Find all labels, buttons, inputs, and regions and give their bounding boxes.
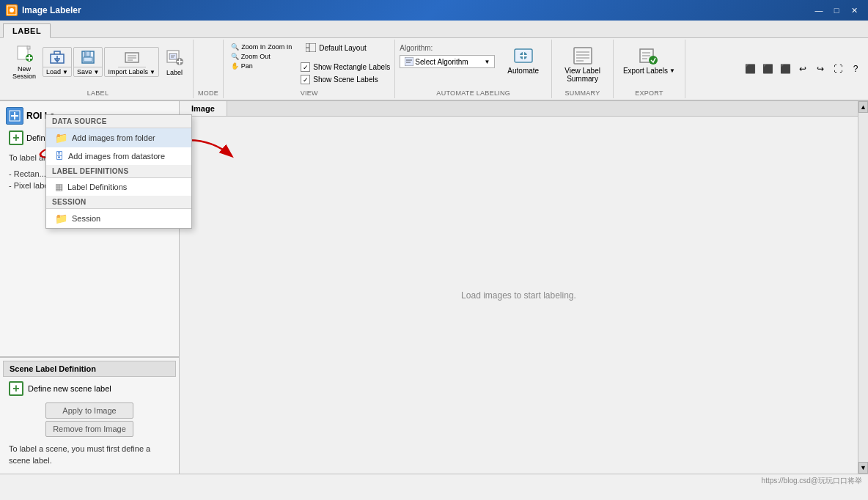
datasource-section-label: DATA SOURCE <box>46 115 191 128</box>
toolbar-icon-1[interactable]: ⬛ <box>742 61 758 77</box>
help-icon[interactable]: ? <box>847 61 864 77</box>
ribbon-group-automate: Algorithm: Select Algorithm ▼ <box>395 40 552 98</box>
roi-add-button[interactable] <box>6 107 23 125</box>
summary-group-label: SUMMARY <box>556 88 608 97</box>
session-folder-icon: 📁 <box>55 213 67 224</box>
mode-group-label: MODE <box>198 88 218 97</box>
svg-rect-19 <box>169 54 177 59</box>
automate-row: Algorithm: Select Algorithm ▼ <box>400 41 547 80</box>
scene-plus-icon: + <box>9 381 23 396</box>
fullscreen-icon[interactable]: ⛶ <box>830 61 846 77</box>
define-scene-label: Define new scene label <box>28 384 111 393</box>
automate-group-label: AUTOMATE LABELING <box>400 88 547 97</box>
export-labels-button[interactable]: Export Labels ▼ <box>618 41 680 80</box>
define-new-plus-icon: + <box>9 130 23 145</box>
show-scene-labels-row: ✓ Show Scene Labels <box>301 74 390 85</box>
save-icon-area <box>74 48 102 67</box>
add-datastore-item[interactable]: 🗄 Add images from datastore <box>46 147 191 165</box>
ribbon-right-icons: ⬛ ⬛ ⬛ ↩ ↪ ⛶ ? <box>740 40 865 98</box>
ribbon-tab-bar: LABEL <box>0 21 868 38</box>
pan-button[interactable]: ✋ Pan <box>228 62 295 70</box>
svg-rect-35 <box>574 48 592 64</box>
svg-rect-13 <box>85 52 87 56</box>
datasource-group-label: Label <box>7 88 188 97</box>
scrollbar-down-button[interactable]: ▼ <box>858 462 868 474</box>
label-button[interactable]: Label <box>161 45 188 79</box>
view-checkboxes: ✓ Show Rectangle Labels ✓ Show Scene Lab… <box>301 56 390 85</box>
session-label: Session <box>72 214 100 223</box>
minimize-button[interactable]: — <box>811 4 827 17</box>
view-row: 🔍 Zoom In Zoom In 🔍 Zoom Out ✋ Pan Defau… <box>228 41 390 85</box>
add-folder-item[interactable]: 📁 Add images from folder <box>46 128 191 147</box>
export-group-label: EXPORT <box>618 88 680 97</box>
new-session-label: NewSession <box>12 65 36 80</box>
scrollbar-up-button[interactable]: ▲ <box>858 101 868 113</box>
toolbar-icon-2[interactable]: ⬛ <box>760 61 776 77</box>
label-definitions-label: Label Definitions <box>67 183 127 191</box>
algo-section: Algorithm: Select Algorithm ▼ <box>400 41 495 68</box>
bottom-bar: https://blog.csd@玩玩口口将举 <box>0 474 868 488</box>
define-scene-label-button[interactable]: + Define new scene label <box>3 377 176 400</box>
show-scene-checkbox[interactable]: ✓ <box>301 75 310 84</box>
session-item[interactable]: 📁 Session <box>46 209 191 228</box>
import-labels-label-area[interactable]: Import Labels ▼ <box>105 67 158 76</box>
datasource-buttons-row: NewSession Load ▼ <box>7 41 188 83</box>
save-label-area[interactable]: Save ▼ <box>74 67 102 76</box>
load-button[interactable]: Load ▼ <box>43 47 72 77</box>
image-tab-bar: Image <box>180 101 858 117</box>
import-labels-button[interactable]: Import Labels ▼ <box>104 47 158 77</box>
automate-label: Automate <box>507 67 539 75</box>
scene-panel: Scene Label Definition + Define new scen… <box>0 357 179 474</box>
table-icon: ▦ <box>55 182 63 192</box>
apply-to-image-button[interactable]: Apply to Image <box>45 402 133 419</box>
toolbar-icon-3[interactable]: ⬛ <box>777 61 793 77</box>
new-session-icon <box>15 44 33 64</box>
show-rectangle-labels-row: ✓ Show Rectangle Labels <box>301 62 390 73</box>
svg-rect-4 <box>27 46 30 49</box>
automate-button[interactable]: Automate <box>499 41 547 80</box>
ribbon: NewSession Load ▼ <box>0 38 868 101</box>
save-button[interactable]: Save ▼ <box>73 47 103 77</box>
database-icon: 🗄 <box>55 151 64 161</box>
add-datastore-label: Add images from datastore <box>68 152 165 161</box>
load-dropdown-menu: DATA SOURCE 📁 Add images from folder 🗄 A… <box>45 114 192 229</box>
scene-info-text: To label a scene, you must first define … <box>3 439 176 471</box>
default-layout-label: Default Layout <box>319 44 367 52</box>
export-labels-label-row[interactable]: Export Labels ▼ <box>623 67 675 75</box>
scrollbar-track <box>858 113 868 462</box>
ribbon-group-view: 🔍 Zoom In Zoom In 🔍 Zoom Out ✋ Pan Defau… <box>224 40 395 98</box>
load-images-text: Load images to start labeling. <box>461 290 576 301</box>
label-btn-label: Label <box>166 69 183 76</box>
close-button[interactable]: ✕ <box>846 4 862 17</box>
toolbar-icon-5[interactable]: ↪ <box>812 61 828 77</box>
title-bar: Image Labeler — □ ✕ <box>0 0 868 21</box>
label-definitions-item[interactable]: ▦ Label Definitions <box>46 178 191 196</box>
ribbon-group-datasource: NewSession Load ▼ <box>3 40 194 98</box>
zoom-out-button[interactable]: 🔍 Zoom Out <box>228 52 295 61</box>
remove-from-image-button[interactable]: Remove from Image <box>45 421 133 437</box>
right-scrollbar: ▲ ▼ <box>858 101 868 474</box>
view-label-summary-button[interactable]: View Label Summary <box>556 41 608 88</box>
app-title: Image Labeler <box>22 5 81 15</box>
load-label-area[interactable]: Load ▼ <box>43 67 71 76</box>
add-folder-label: Add images from folder <box>72 133 155 142</box>
select-algorithm-dropdown[interactable]: Select Algorithm ▼ <box>400 55 495 68</box>
ribbon-group-summary: View Label Summary SUMMARY <box>552 40 614 98</box>
new-session-button[interactable]: NewSession <box>7 41 41 83</box>
image-tab[interactable]: Image <box>180 101 227 116</box>
maximize-button[interactable]: □ <box>828 4 845 17</box>
algorithm-label: Algorithm: <box>400 44 495 52</box>
svg-point-1 <box>10 8 14 12</box>
app-icon <box>6 4 18 16</box>
tab-label[interactable]: LABEL <box>3 23 51 38</box>
title-bar-controls: — □ ✕ <box>811 4 862 17</box>
show-rectangle-checkbox[interactable]: ✓ <box>301 62 310 72</box>
default-layout-button[interactable]: Default Layout <box>301 41 390 54</box>
zoom-in-button[interactable]: 🔍 Zoom In Zoom In <box>228 41 295 51</box>
select-algorithm-label: Select Algorithm <box>415 58 482 66</box>
toolbar-icon-4[interactable]: ↩ <box>795 61 811 77</box>
view-group-label: VIEW <box>228 88 390 97</box>
svg-rect-12 <box>84 57 92 62</box>
folder-icon: 📁 <box>55 132 67 144</box>
title-bar-left: Image Labeler <box>6 4 81 16</box>
